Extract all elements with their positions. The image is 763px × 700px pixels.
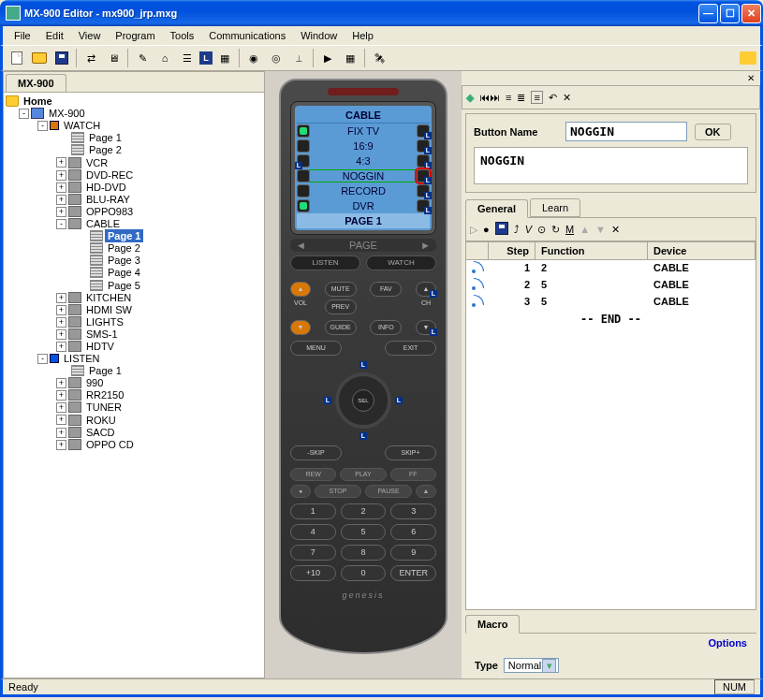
expand-icon[interactable]: + <box>56 170 66 181</box>
toolbar-open[interactable] <box>29 48 50 68</box>
select-button[interactable]: SEL <box>352 389 374 412</box>
lcd-left-5[interactable] <box>297 184 310 197</box>
tree-cable[interactable]: CABLE <box>83 217 123 230</box>
lcd-btn-noggin[interactable]: NOGGIN <box>310 170 417 182</box>
menu-program[interactable]: Program <box>108 28 162 43</box>
lcd-right-2[interactable]: L <box>417 139 430 153</box>
tree-oppo983[interactable]: OPPO983 <box>83 205 136 218</box>
macro-down-icon[interactable]: ▼ <box>595 224 606 235</box>
expand-icon[interactable]: + <box>56 305 66 315</box>
expand-icon[interactable]: + <box>56 293 66 303</box>
lcd-btn-dvr[interactable]: DVR <box>310 200 417 211</box>
tree-watch-page1[interactable]: Page 1 <box>86 131 125 144</box>
dpad[interactable]: SEL L L L L <box>326 363 401 438</box>
watch-button[interactable]: WATCH <box>366 255 436 270</box>
tree-rr2150[interactable]: RR2150 <box>83 388 126 401</box>
tree-oppocd[interactable]: OPPO CD <box>83 438 137 451</box>
lcd-title[interactable]: CABLE <box>297 108 430 124</box>
toolbar-download[interactable]: ⇄ <box>81 48 101 68</box>
toolbar-upload[interactable]: 🖥 <box>103 48 124 68</box>
toolbar-new[interactable] <box>7 48 27 68</box>
expand-icon[interactable]: + <box>56 390 66 401</box>
expand-icon[interactable]: - <box>37 354 48 364</box>
tree-hdtv[interactable]: HDTV <box>83 340 117 353</box>
num-1[interactable]: 1 <box>290 503 336 519</box>
macro-type-select[interactable]: Normal <box>504 658 559 673</box>
tree-cable-page1[interactable]: Page 1 <box>105 229 143 242</box>
expand-icon[interactable]: + <box>56 329 66 340</box>
expand-icon[interactable]: + <box>56 207 66 217</box>
tree-watch[interactable]: WATCH <box>61 119 103 132</box>
tree-hdmisw[interactable]: HDMI SW <box>83 303 135 316</box>
lcd-left-1[interactable] <box>297 124 310 138</box>
tree-dvdrec[interactable]: DVD-REC <box>83 168 136 182</box>
col-device[interactable]: Device <box>648 242 756 259</box>
num-8[interactable]: 8 <box>341 545 387 561</box>
toolbar-save[interactable] <box>51 48 72 68</box>
expand-icon[interactable]: + <box>56 440 66 450</box>
tree-tuner[interactable]: TUNER <box>83 401 125 414</box>
tree-sms1[interactable]: SMS-1 <box>83 328 121 341</box>
toolbar-edit[interactable]: ✎ <box>132 48 153 68</box>
toolbar-rf2[interactable]: ◎ <box>266 48 286 68</box>
macro-underline-icon[interactable]: M <box>565 224 574 235</box>
num-0[interactable]: 0 <box>341 565 387 581</box>
expand-icon[interactable]: - <box>37 121 48 131</box>
ok-button[interactable]: OK <box>695 124 731 140</box>
eject-button[interactable]: ▲ <box>416 485 436 498</box>
tree-tab-mx900[interactable]: MX-900 <box>6 74 66 92</box>
lcd-footer[interactable]: PAGE 1 <box>297 213 430 228</box>
toolbar-simulate[interactable]: ▶ <box>317 48 338 68</box>
macro-row[interactable]: 2 5 CABLE <box>466 277 756 294</box>
lcd-left-2[interactable] <box>297 139 310 153</box>
lcd-right-5[interactable]: L <box>417 184 430 197</box>
minimize-button[interactable]: — <box>698 4 718 23</box>
expand-icon[interactable]: + <box>56 428 66 438</box>
menu-tools[interactable]: Tools <box>163 28 202 43</box>
tree-home[interactable]: Home <box>21 95 55 108</box>
menu-communications[interactable]: Communications <box>201 28 293 43</box>
lcd-left-3[interactable]: L <box>297 154 310 168</box>
tree-cable-page5[interactable]: Page 5 <box>105 279 143 292</box>
menu-edit[interactable]: Edit <box>38 28 71 43</box>
macro-row[interactable]: 3 5 CABLE <box>466 294 756 311</box>
options-link[interactable]: Options <box>708 637 747 649</box>
lcd-btn-fixtv[interactable]: FIX TV <box>310 125 417 137</box>
toolbar-ir[interactable]: ◉ <box>243 48 264 68</box>
stop-button[interactable]: STOP <box>315 485 361 498</box>
align-center-icon[interactable]: ≣ <box>517 92 525 104</box>
expand-icon[interactable]: - <box>56 219 66 229</box>
listen-button[interactable]: LISTEN <box>290 255 360 270</box>
lcd-left-4[interactable] <box>297 169 310 182</box>
menu-file[interactable]: File <box>7 28 38 43</box>
expand-icon[interactable]: + <box>56 317 66 328</box>
num-plus10[interactable]: +10 <box>290 565 336 581</box>
tree-bluray[interactable]: BLU-RAY <box>83 193 133 206</box>
tree-cable-page2[interactable]: Page 2 <box>105 241 143 255</box>
vol-up-button[interactable]: ▲ <box>290 282 311 297</box>
num-3[interactable]: 3 <box>390 503 436 519</box>
skip-fwd-button[interactable]: SKIP+ <box>385 445 436 460</box>
num-7[interactable]: 7 <box>290 545 336 561</box>
prev-button[interactable]: PREV <box>325 299 357 314</box>
tab-general[interactable]: General <box>465 199 528 218</box>
num-2[interactable]: 2 <box>341 503 387 519</box>
tree-roku[interactable]: ROKU <box>83 414 119 427</box>
toolbar-image[interactable]: ▦ <box>340 48 360 68</box>
info-button[interactable]: INFO <box>370 320 402 335</box>
skip-back-button[interactable]: -SKIP <box>290 445 342 460</box>
exit-button[interactable]: EXIT <box>385 341 436 356</box>
tree-sacd[interactable]: SACD <box>83 426 118 439</box>
toolbar-device-icon[interactable] <box>740 51 756 65</box>
tree-vcr[interactable]: VCR <box>83 156 110 169</box>
page-nav[interactable]: ◄PAGE► <box>290 239 436 252</box>
toolbar-punch[interactable]: L <box>199 51 213 65</box>
toolbar-rf[interactable]: ▦ <box>214 48 235 68</box>
rf-icon[interactable]: ◈ <box>466 92 474 104</box>
macro-step-icon[interactable]: ⤴ <box>514 224 520 235</box>
tree-listen-page1[interactable]: Page 1 <box>86 364 125 377</box>
num-5[interactable]: 5 <box>341 524 387 540</box>
lcd-right-1[interactable]: L <box>417 124 430 138</box>
num-6[interactable]: 6 <box>390 524 436 540</box>
device-tree[interactable]: Home -MX-900 -WATCH Page 1 Page 2 +VCR +… <box>4 93 264 678</box>
